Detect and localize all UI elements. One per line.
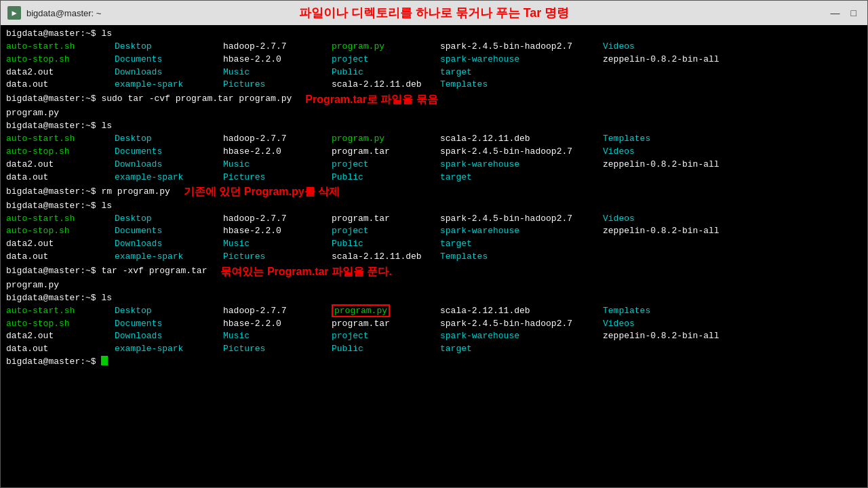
window-controls: — □ (827, 6, 861, 20)
prompt-line-2: bigdata@master:~$ sudo tar -cvf program.… (6, 92, 862, 107)
title-bar: ▶ bigdata@master: ~ 파일이나 디렉토리를 하나로 묶거나 푸… (1, 1, 867, 25)
terminal-window: ▶ bigdata@master: ~ 파일이나 디렉토리를 하나로 묶거나 푸… (0, 0, 868, 488)
prompt-line-7: bigdata@master:~$ ls (6, 292, 862, 305)
minimize-button[interactable]: — (827, 6, 844, 20)
file-row-2a: auto-start.sh Desktop hadoop-2.7.7 progr… (6, 133, 862, 146)
file-row-2d: data.out example-spark Pictures Public t… (6, 171, 862, 184)
file-row-1c: data2.out Downloads Music Public target (6, 66, 862, 79)
file-row-2c: data2.out Downloads Music project spark-… (6, 159, 862, 171)
file-row-3c: data2.out Downloads Music Public target (6, 238, 862, 251)
file-row-3a: auto-start.sh Desktop hadoop-2.7.7 progr… (6, 213, 862, 226)
maximize-button[interactable]: □ (847, 6, 861, 20)
prompt-line-3: bigdata@master:~$ ls (6, 120, 862, 133)
terminal-icon: ▶ (7, 6, 21, 20)
annotation-tar-pack: Program.tar로 파일을 묶음 (305, 92, 438, 107)
highlighted-program-py: program.py (332, 304, 390, 317)
file-row-1d: data.out example-spark Pictures scala-2.… (6, 79, 862, 92)
annotation-rm: 기존에 있던 Program.py를 삭제 (184, 184, 340, 199)
annotation-tar-unpack: 묶여있는 Program.tar 파일을 푼다. (220, 264, 391, 279)
prompt-line-6: bigdata@master:~$ tar -xvf program.tar 묶… (6, 264, 862, 279)
cursor-block (101, 356, 108, 365)
tar-output: program.py (6, 107, 862, 120)
file-row-4b: auto-stop.sh Documents hbase-2.2.0 progr… (6, 318, 862, 331)
file-row-4d: data.out example-spark Pictures Public t… (6, 343, 862, 356)
prompt-line-5: bigdata@master:~$ ls (6, 200, 862, 213)
file-row-1a: auto-start.sh Desktop hadoop-2.7.7 progr… (6, 41, 862, 54)
terminal-body[interactable]: bigdata@master:~$ ls auto-start.sh Deskt… (1, 25, 867, 487)
final-prompt: bigdata@master:~$ (6, 356, 862, 369)
file-row-2b: auto-stop.sh Documents hbase-2.2.0 progr… (6, 146, 862, 159)
prompt-line-4: bigdata@master:~$ rm program.py 기존에 있던 P… (6, 184, 862, 199)
file-row-3b: auto-stop.sh Documents hbase-2.2.0 proje… (6, 225, 862, 238)
tar-output-2: program.py (6, 279, 862, 292)
file-row-3d: data.out example-spark Pictures scala-2.… (6, 251, 862, 264)
file-row-4a: auto-start.sh Desktop hadoop-2.7.7 progr… (6, 305, 862, 318)
title-bar-text: bigdata@master: ~ (26, 8, 101, 18)
file-row-4c: data2.out Downloads Music project spark-… (6, 330, 862, 343)
file-row-1b: auto-stop.sh Documents hbase-2.2.0 proje… (6, 54, 862, 66)
title-annotation: 파일이나 디렉토리를 하나로 묶거나 푸는 Tar 명령 (299, 5, 570, 21)
prompt-line-1: bigdata@master:~$ ls (6, 28, 862, 41)
